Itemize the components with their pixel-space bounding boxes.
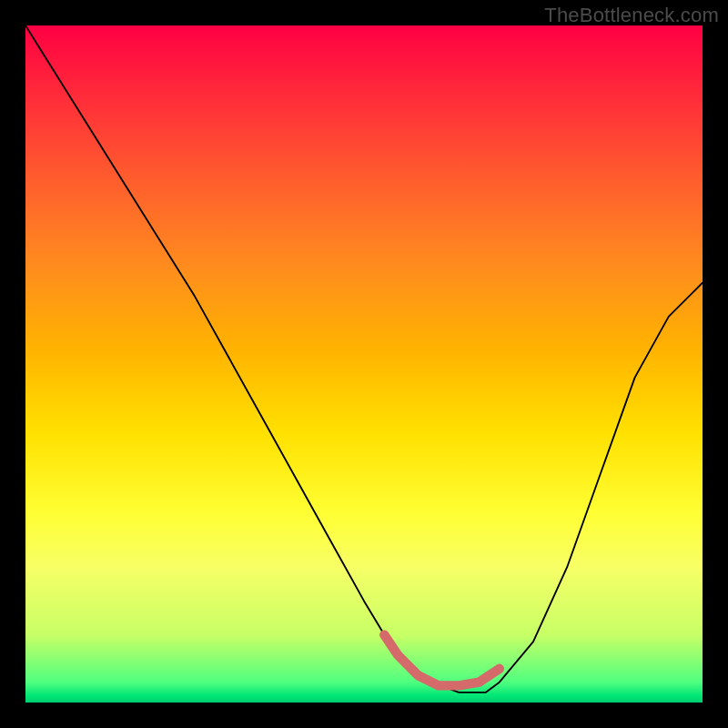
bottleneck-curve: [25, 25, 703, 693]
chart-svg: [25, 25, 703, 703]
chart-plot-area: [25, 25, 703, 703]
watermark-text: TheBottleneck.com: [544, 4, 719, 27]
highlight-band: [384, 635, 499, 686]
chart-frame: TheBottleneck.com: [0, 0, 728, 728]
